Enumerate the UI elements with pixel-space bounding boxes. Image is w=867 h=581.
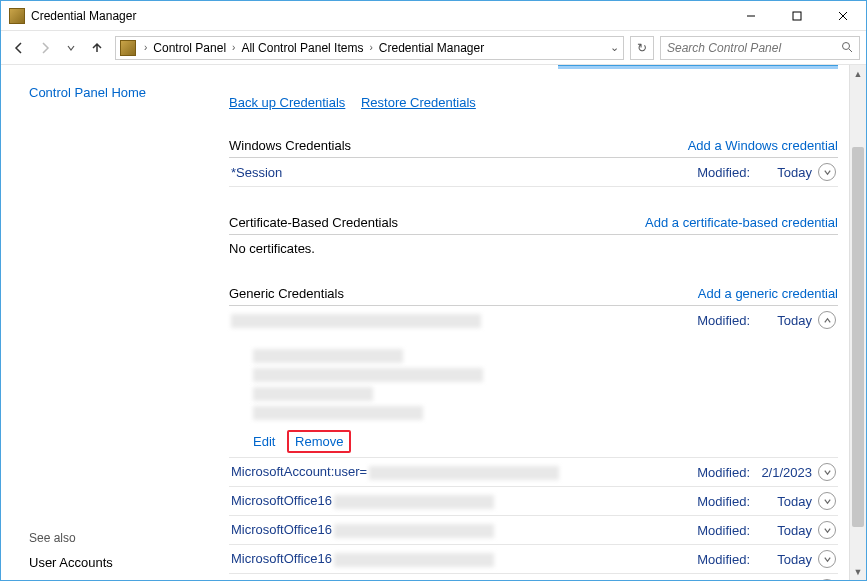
modified-label: Modified:	[697, 494, 750, 509]
breadcrumb-item[interactable]: All Control Panel Items	[239, 41, 365, 55]
certificate-credentials-section: Certificate-Based Credentials Add a cert…	[229, 215, 838, 258]
redacted-suffix	[334, 524, 494, 538]
expand-icon[interactable]	[818, 492, 836, 510]
expand-icon[interactable]	[818, 463, 836, 481]
scroll-down-icon[interactable]: ▼	[850, 563, 866, 580]
credential-name: MicrosoftAccount:user=	[231, 464, 367, 479]
control-panel-icon	[120, 40, 136, 56]
credential-row[interactable]: MicrosoftOffice16 Modified:Today	[229, 516, 838, 545]
search-box[interactable]	[660, 36, 860, 60]
svg-point-4	[843, 42, 850, 49]
scrollbar[interactable]: ▲ ▼	[849, 65, 866, 580]
breadcrumb-item[interactable]: Credential Manager	[377, 41, 486, 55]
scroll-up-icon[interactable]: ▲	[850, 65, 866, 82]
backup-credentials-link[interactable]: Back up Credentials	[229, 95, 345, 110]
window: Credential Manager › Control Panel › All…	[0, 0, 867, 581]
search-icon[interactable]	[841, 39, 853, 57]
body: Control Panel Home See also User Account…	[1, 65, 866, 580]
close-button[interactable]	[820, 1, 866, 31]
tab-indicator	[558, 65, 838, 69]
modified-value: Today	[756, 552, 812, 567]
window-title: Credential Manager	[31, 9, 136, 23]
search-input[interactable]	[667, 41, 853, 55]
forward-button[interactable]	[33, 36, 57, 60]
credential-row[interactable]: MicrosoftAccount:user= Modified:2/1/2023	[229, 458, 838, 487]
sidebar: Control Panel Home See also User Account…	[1, 65, 211, 580]
refresh-button[interactable]: ↻	[630, 36, 654, 60]
expand-icon[interactable]	[818, 550, 836, 568]
credential-row[interactable]: MicrosoftOffice16 Modified:Today	[229, 545, 838, 574]
redacted-suffix	[334, 553, 494, 567]
modified-label: Modified:	[697, 552, 750, 567]
edit-link[interactable]: Edit	[253, 434, 275, 449]
credential-name: MicrosoftOffice16	[231, 522, 332, 537]
modified-label: Modified:	[697, 165, 750, 180]
modified-label: Modified:	[697, 465, 750, 480]
user-accounts-link[interactable]: User Accounts	[29, 555, 195, 570]
restore-credentials-link[interactable]: Restore Credentials	[361, 95, 476, 110]
redacted-field	[253, 406, 423, 420]
credential-name: MicrosoftOffice16	[231, 551, 332, 566]
remove-link[interactable]: Remove	[287, 430, 351, 453]
credential-name: MicrosoftOffice16	[231, 493, 332, 508]
credential-row[interactable]: MicrosoftOffice16 Modified:Today	[229, 487, 838, 516]
maximize-button[interactable]	[774, 1, 820, 31]
up-button[interactable]	[85, 36, 109, 60]
modified-label: Modified:	[697, 523, 750, 538]
svg-line-5	[849, 49, 852, 52]
modified-value: Today	[756, 494, 812, 509]
no-certificates-label: No certificates.	[229, 235, 838, 258]
collapse-icon[interactable]	[818, 311, 836, 329]
windows-credentials-section: Windows Credentials Add a Windows creden…	[229, 138, 838, 187]
breadcrumb[interactable]: › Control Panel › All Control Panel Item…	[115, 36, 624, 60]
redacted-field	[253, 387, 373, 401]
add-certificate-credential-link[interactable]: Add a certificate-based credential	[645, 215, 838, 230]
main: Back up Credentials Restore Credentials …	[211, 65, 866, 580]
section-title: Windows Credentials	[229, 138, 351, 153]
credential-links: Back up Credentials Restore Credentials	[229, 95, 838, 110]
modified-value: Today	[756, 523, 812, 538]
credential-row[interactable]: *Session Modified: Today	[229, 158, 838, 187]
scrollbar-thumb[interactable]	[852, 147, 864, 527]
expand-icon[interactable]	[818, 579, 836, 580]
breadcrumb-dropdown[interactable]: ⌄	[610, 41, 619, 54]
credential-row-expanded[interactable]: Modified: Today	[229, 306, 838, 334]
chevron-right-icon[interactable]: ›	[228, 42, 239, 53]
add-windows-credential-link[interactable]: Add a Windows credential	[688, 138, 838, 153]
credential-details: Edit Remove	[229, 334, 838, 458]
modified-label: Modified:	[697, 313, 750, 328]
see-also-label: See also	[29, 531, 195, 545]
add-generic-credential-link[interactable]: Add a generic credential	[698, 286, 838, 301]
control-panel-home-link[interactable]: Control Panel Home	[29, 85, 195, 100]
modified-value: Today	[756, 165, 812, 180]
minimize-button[interactable]	[728, 1, 774, 31]
app-icon	[9, 8, 25, 24]
expand-icon[interactable]	[818, 521, 836, 539]
recent-dropdown[interactable]	[59, 36, 83, 60]
modified-value: 2/1/2023	[756, 465, 812, 480]
svg-rect-1	[793, 12, 801, 20]
back-button[interactable]	[7, 36, 31, 60]
section-title: Certificate-Based Credentials	[229, 215, 398, 230]
generic-credentials-section: Generic Credentials Add a generic creden…	[229, 286, 838, 580]
credential-row[interactable]: virtualapp/didlogical Modified:4/17/2023	[229, 574, 838, 580]
credential-name: *Session	[231, 165, 282, 180]
navbar: › Control Panel › All Control Panel Item…	[1, 31, 866, 65]
redacted-suffix	[369, 466, 559, 480]
chevron-right-icon[interactable]: ›	[365, 42, 376, 53]
breadcrumb-item[interactable]: Control Panel	[151, 41, 228, 55]
redacted-suffix	[334, 495, 494, 509]
section-title: Generic Credentials	[229, 286, 344, 301]
redacted-name	[231, 314, 481, 328]
redacted-field	[253, 368, 483, 382]
expand-icon[interactable]	[818, 163, 836, 181]
titlebar: Credential Manager	[1, 1, 866, 31]
chevron-right-icon[interactable]: ›	[140, 42, 151, 53]
modified-value: Today	[756, 313, 812, 328]
redacted-field	[253, 349, 403, 363]
